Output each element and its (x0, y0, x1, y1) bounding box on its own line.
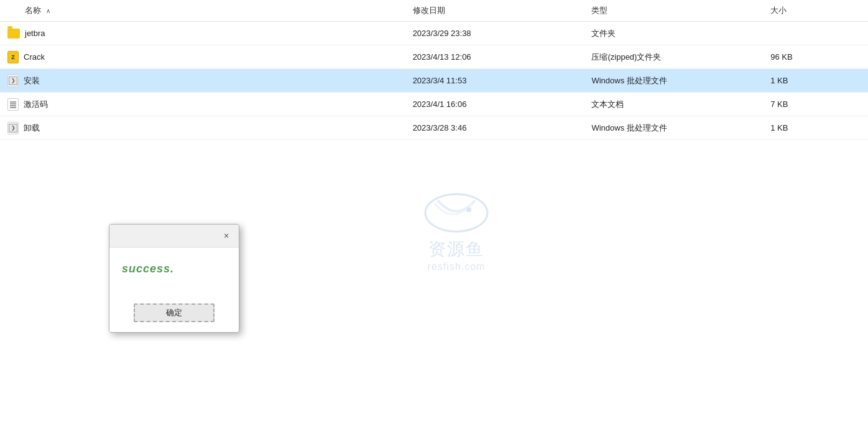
file-name-text: 激活码 (24, 99, 48, 110)
file-date: 2023/3/28 3:46 (403, 116, 582, 140)
txt-icon (7, 98, 19, 111)
file-name-text: Crack (24, 52, 45, 62)
dialog-footer: 确定 (109, 297, 239, 332)
table-row[interactable]: jetbra2023/3/29 23:38文件夹 (0, 22, 868, 45)
col-name-label: 名称 (25, 6, 41, 15)
file-size: 96 KB (760, 45, 868, 69)
file-table: 名称 ∧ 修改日期 类型 大小 jetbra2023/3/29 23:38文件夹… (0, 0, 868, 140)
file-type: 文本文档 (581, 93, 760, 116)
file-name-cell: Crack (0, 45, 403, 69)
table-row[interactable]: ❯卸载2023/3/28 3:46Windows 批处理文件1 KB (0, 116, 868, 140)
file-date: 2023/4/1 16:06 (403, 93, 582, 116)
file-size (760, 22, 868, 45)
watermark-url: resfish.com (428, 261, 486, 272)
col-header-date[interactable]: 修改日期 (403, 0, 582, 22)
file-name-text: 安装 (24, 75, 40, 86)
svg-point-0 (425, 194, 487, 231)
dialog-body: success. (109, 248, 239, 297)
file-name-cell: jetbra (0, 22, 403, 45)
dialog-close-button[interactable]: × (220, 229, 233, 242)
file-date: 2023/4/13 12:06 (403, 45, 582, 69)
file-type: Windows 批处理文件 (581, 69, 760, 93)
col-date-label: 修改日期 (413, 6, 445, 15)
file-name-cell: ❯安装 (0, 69, 403, 93)
col-type-label: 类型 (591, 6, 607, 15)
bat-icon: ❯ (7, 75, 19, 87)
file-name-text: jetbra (25, 29, 45, 38)
svg-point-1 (466, 207, 471, 212)
dialog-titlebar: × (109, 225, 239, 248)
file-size: 1 KB (760, 69, 868, 93)
file-name-cell: 激活码 (0, 93, 403, 116)
sort-icon: ∧ (46, 7, 50, 14)
zip-icon (7, 51, 19, 63)
file-type: 文件夹 (581, 22, 760, 45)
dialog-container: × success. 确定 (109, 224, 239, 333)
file-size: 7 KB (760, 93, 868, 116)
bat-icon: ❯ (7, 122, 19, 134)
file-date: 2023/3/29 23:38 (403, 22, 582, 45)
file-explorer: 名称 ∧ 修改日期 类型 大小 jetbra2023/3/29 23:38文件夹… (0, 0, 868, 426)
watermark-logo-icon (419, 188, 494, 238)
col-header-name[interactable]: 名称 ∧ (0, 0, 403, 22)
col-header-type[interactable]: 类型 (581, 0, 760, 22)
success-dialog: × success. 确定 (109, 224, 239, 333)
file-type: 压缩(zipped)文件夹 (581, 45, 760, 69)
file-name-text: 卸载 (24, 123, 40, 134)
watermark: 资源鱼 resfish.com (419, 188, 494, 272)
file-type: Windows 批处理文件 (581, 116, 760, 140)
ok-button[interactable]: 确定 (134, 303, 215, 322)
col-header-size[interactable]: 大小 (760, 0, 868, 22)
success-message: success. (122, 262, 174, 275)
file-date: 2023/3/4 11:53 (403, 69, 582, 93)
table-row[interactable]: ❯安装2023/3/4 11:53Windows 批处理文件1 KB (0, 69, 868, 93)
watermark-text: 资源鱼 (428, 238, 484, 261)
table-row[interactable]: Crack2023/4/13 12:06压缩(zipped)文件夹96 KB (0, 45, 868, 69)
folder-icon (7, 29, 20, 39)
file-size: 1 KB (760, 116, 868, 140)
col-size-label: 大小 (770, 6, 787, 15)
file-name-cell: ❯卸载 (0, 116, 403, 140)
table-row[interactable]: 激活码2023/4/1 16:06文本文档7 KB (0, 93, 868, 116)
